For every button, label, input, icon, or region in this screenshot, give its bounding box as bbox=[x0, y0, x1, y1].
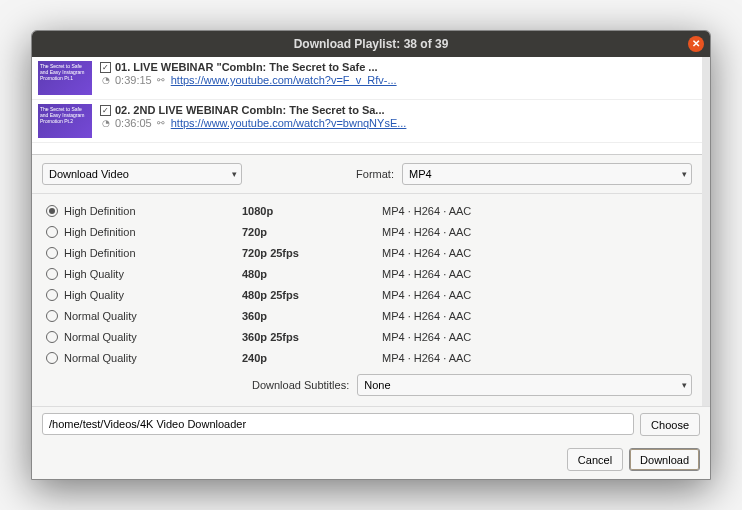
playlist-item-title: 02. 2ND LIVE WEBINAR CombIn: The Secret … bbox=[115, 104, 385, 116]
quality-resolution: 480p bbox=[242, 268, 382, 280]
quality-resolution: 360p 25fps bbox=[242, 331, 382, 343]
action-combo-value: Download Video bbox=[49, 168, 129, 180]
checkbox-icon[interactable]: ✓ bbox=[100, 62, 111, 73]
save-path-input[interactable] bbox=[42, 413, 634, 435]
radio-icon bbox=[46, 352, 58, 364]
window-title: Download Playlist: 38 of 39 bbox=[294, 37, 449, 51]
quality-option[interactable]: Normal Quality 240p MP4 · H264 · AAC bbox=[42, 347, 692, 368]
radio-icon bbox=[46, 289, 58, 301]
radio-icon bbox=[46, 268, 58, 280]
quality-codec: MP4 · H264 · AAC bbox=[382, 352, 692, 364]
action-combo[interactable]: Download Video bbox=[42, 163, 242, 185]
quality-label: High Definition bbox=[64, 247, 136, 259]
quality-resolution: 240p bbox=[242, 352, 382, 364]
subtitles-label: Download Subtitles: bbox=[252, 379, 349, 391]
quality-label: Normal Quality bbox=[64, 331, 137, 343]
title-bar: Download Playlist: 38 of 39 ✕ bbox=[32, 31, 710, 57]
quality-option[interactable]: Normal Quality 360p 25fps MP4 · H264 · A… bbox=[42, 326, 692, 347]
quality-resolution: 480p 25fps bbox=[242, 289, 382, 301]
checkbox-icon[interactable]: ✓ bbox=[100, 105, 111, 116]
quality-option[interactable]: High Quality 480p MP4 · H264 · AAC bbox=[42, 263, 692, 284]
scrollbar[interactable] bbox=[702, 57, 710, 406]
radio-icon bbox=[46, 226, 58, 238]
quality-option[interactable]: High Quality 480p 25fps MP4 · H264 · AAC bbox=[42, 284, 692, 305]
playlist-item-info: ✓ 02. 2ND LIVE WEBINAR CombIn: The Secre… bbox=[100, 104, 696, 138]
playlist-item-duration: 0:39:15 bbox=[115, 74, 152, 86]
quality-list: High Definition 1080p MP4 · H264 · AAC H… bbox=[32, 194, 702, 370]
video-thumbnail: The Secret to Safe and Easy Instagram Pr… bbox=[38, 104, 92, 138]
download-button[interactable]: Download bbox=[629, 448, 700, 471]
quality-option[interactable]: High Definition 1080p MP4 · H264 · AAC bbox=[42, 200, 692, 221]
quality-label: High Definition bbox=[64, 205, 136, 217]
choose-button-label: Choose bbox=[651, 419, 689, 431]
radio-icon bbox=[46, 205, 58, 217]
action-format-row: Download Video Format: MP4 bbox=[32, 155, 702, 194]
quality-codec: MP4 · H264 · AAC bbox=[382, 310, 692, 322]
cancel-button[interactable]: Cancel bbox=[567, 448, 623, 471]
close-icon: ✕ bbox=[692, 39, 700, 49]
radio-icon bbox=[46, 331, 58, 343]
cancel-button-label: Cancel bbox=[578, 454, 612, 466]
playlist-item[interactable]: The Secret to Safe and Easy Instagram Pr… bbox=[32, 57, 702, 100]
format-label: Format: bbox=[356, 168, 394, 180]
quality-codec: MP4 · H264 · AAC bbox=[382, 289, 692, 301]
subtitles-row: Download Subtitles: None bbox=[32, 370, 702, 404]
playlist-list: The Secret to Safe and Easy Instagram Pr… bbox=[32, 57, 702, 155]
quality-resolution: 720p bbox=[242, 226, 382, 238]
radio-icon bbox=[46, 310, 58, 322]
quality-option[interactable]: High Definition 720p MP4 · H264 · AAC bbox=[42, 221, 692, 242]
link-icon: ⚯ bbox=[156, 75, 167, 86]
link-icon: ⚯ bbox=[156, 118, 167, 129]
playlist-item[interactable]: The Secret to Safe and Easy Instagram Pr… bbox=[32, 100, 702, 143]
dialog-content: The Secret to Safe and Easy Instagram Pr… bbox=[32, 57, 710, 479]
close-button[interactable]: ✕ bbox=[688, 36, 704, 52]
clock-icon: ◔ bbox=[100, 75, 111, 86]
download-button-label: Download bbox=[640, 454, 689, 466]
subtitles-combo-value: None bbox=[364, 379, 390, 391]
quality-codec: MP4 · H264 · AAC bbox=[382, 226, 692, 238]
playlist-item-title: 01. LIVE WEBINAR "CombIn: The Secret to … bbox=[115, 61, 378, 73]
quality-label: Normal Quality bbox=[64, 310, 137, 322]
quality-label: High Quality bbox=[64, 289, 124, 301]
quality-codec: MP4 · H264 · AAC bbox=[382, 268, 692, 280]
playlist-item-url[interactable]: https://www.youtube.com/watch?v=bwnqNYsE… bbox=[171, 117, 407, 129]
choose-button[interactable]: Choose bbox=[640, 413, 700, 436]
quality-resolution: 1080p bbox=[242, 205, 382, 217]
playlist-item-info: ✓ 01. LIVE WEBINAR "CombIn: The Secret t… bbox=[100, 61, 696, 95]
quality-label: High Quality bbox=[64, 268, 124, 280]
quality-codec: MP4 · H264 · AAC bbox=[382, 247, 692, 259]
quality-resolution: 360p bbox=[242, 310, 382, 322]
path-row: Choose bbox=[32, 406, 710, 442]
quality-resolution: 720p 25fps bbox=[242, 247, 382, 259]
radio-icon bbox=[46, 247, 58, 259]
clock-icon: ◔ bbox=[100, 118, 111, 129]
format-combo[interactable]: MP4 bbox=[402, 163, 692, 185]
playlist-item-url[interactable]: https://www.youtube.com/watch?v=F_v_Rfv-… bbox=[171, 74, 397, 86]
quality-codec: MP4 · H264 · AAC bbox=[382, 331, 692, 343]
quality-option[interactable]: Normal Quality 360p MP4 · H264 · AAC bbox=[42, 305, 692, 326]
playlist-item-duration: 0:36:05 bbox=[115, 117, 152, 129]
dialog-footer: Cancel Download bbox=[32, 442, 710, 479]
format-combo-value: MP4 bbox=[409, 168, 432, 180]
subtitles-combo[interactable]: None bbox=[357, 374, 692, 396]
quality-label: Normal Quality bbox=[64, 352, 137, 364]
video-thumbnail: The Secret to Safe and Easy Instagram Pr… bbox=[38, 61, 92, 95]
quality-option[interactable]: High Definition 720p 25fps MP4 · H264 · … bbox=[42, 242, 692, 263]
quality-label: High Definition bbox=[64, 226, 136, 238]
quality-codec: MP4 · H264 · AAC bbox=[382, 205, 692, 217]
dialog-window: Download Playlist: 38 of 39 ✕ The Secret… bbox=[31, 30, 711, 480]
